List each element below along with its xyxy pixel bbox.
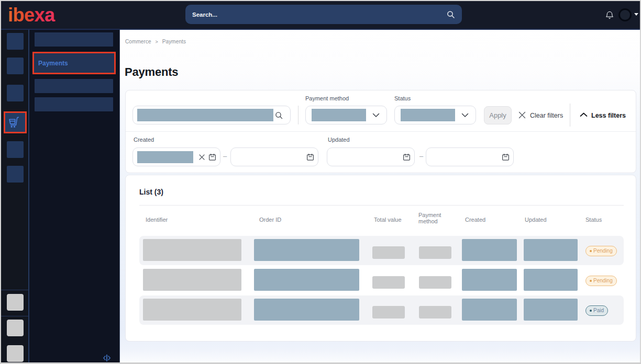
svg-text:ibexa: ibexa — [8, 4, 56, 26]
